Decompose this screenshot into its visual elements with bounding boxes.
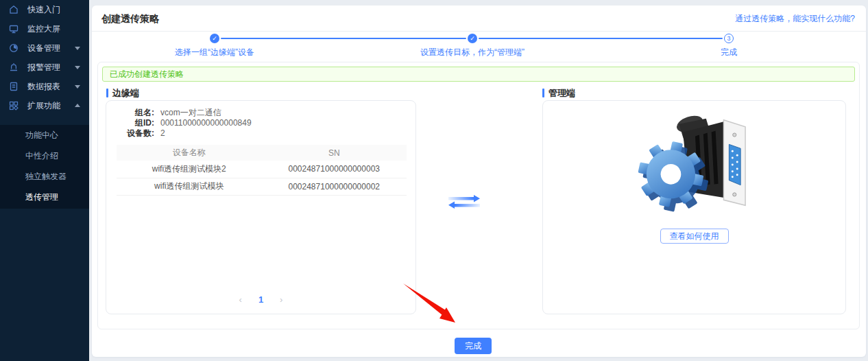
chevron-down-icon [75,66,80,69]
sidebar-item-label: 数据报表 [27,82,60,91]
sidebar-item-reports[interactable]: 数据报表 [0,77,89,96]
group-id-row: 组ID:00011000000000000849 [121,118,415,128]
step3-number: 3 [724,34,734,43]
device-sn-cell: 00024871000000000003 [262,161,407,178]
edge-panel: 组名:vcom一对二通信 组ID:00011000000000000849 设备… [106,100,416,314]
sidebar-item-extensions[interactable]: 扩展功能 [0,96,89,115]
steps-bar: ✓ ✓ 3 选择一组“边缘端”设备 设置透传目标，作为“管理端” 完成 [92,32,866,60]
pagination-page-1[interactable]: 1 [258,294,263,305]
gear-serial-port-illustration [543,109,845,220]
group-id-value: 00011000000000000849 [160,118,252,128]
table-row: wifi透传组测试模块 00024871000000000002 [117,178,407,195]
pagination: ‹1› [106,294,415,305]
group-name-label: 组名: [121,108,154,118]
col-sn: SN [262,145,407,161]
device-count-label: 设备数: [121,128,154,139]
sidebar-item-label: 报警管理 [27,62,60,72]
result-card: 已成功创建透传策略 边缘端 管理端 组名:vcom一对二通信 组ID:00011… [97,62,860,329]
pagination-prev-icon[interactable]: ‹ [239,294,242,305]
done-button[interactable]: 完成 [455,338,492,354]
sidebar-item-label: 扩展功能 [27,101,60,110]
sidebar-item-alarms[interactable]: 报警管理 [0,58,89,77]
chevron-down-icon [75,85,80,89]
report-icon [9,82,19,91]
edge-section-title: 边缘端 [106,87,139,100]
transfer-arrows-icon [448,194,481,209]
sidebar-item-quickstart[interactable]: 快速入门 [0,0,89,19]
device-sn-cell: 00024871000000000002 [262,178,407,195]
pagination-next-icon[interactable]: › [280,294,282,305]
sidebar-item-label: 设备管理 [27,43,60,53]
device-name-cell: wifi透传组测试模块2 [117,161,262,178]
device-table: 设备名称 SN wifi透传组测试模块2 0002487100000000000… [117,145,407,196]
device-icon [9,43,19,53]
monitor-icon [9,24,19,34]
extensions-submenu: 功能中心 中性介绍 独立触发器 透传管理 [0,125,89,209]
sidebar-item-monitor[interactable]: 监控大屏 [0,19,89,38]
step2-check-icon: ✓ [468,34,477,43]
apps-icon [9,101,19,110]
device-count-value: 2 [160,128,165,138]
col-device-name: 设备名称 [117,145,262,161]
sidebar-item-label: 监控大屏 [27,24,60,34]
sidebar-item-neutral-intro[interactable]: 中性介绍 [0,145,89,166]
home-icon [9,5,19,14]
alarm-icon [9,62,19,72]
sidebar-item-devices[interactable]: 设备管理 [0,38,89,58]
step3-label: 完成 [653,47,804,58]
step-connector [221,38,466,39]
how-to-use-button[interactable]: 查看如何使用 [660,229,729,244]
device-name-cell: wifi透传组测试模块 [117,178,262,195]
main-content: 创建透传策略 通过透传策略，能实现什么功能? ✓ ✓ 3 选择一组“边缘端”设备… [92,5,866,357]
sidebar-item-function-center[interactable]: 功能中心 [0,125,89,145]
group-name-value: vcom一对二通信 [160,108,221,117]
chevron-up-icon [75,104,80,107]
step-connector [479,38,723,39]
device-count-row: 设备数:2 [121,128,415,139]
table-row: wifi透传组测试模块2 00024871000000000003 [117,161,407,178]
help-link[interactable]: 通过透传策略，能实现什么功能? [735,5,855,32]
success-alert: 已成功创建透传策略 [102,67,855,82]
sidebar-item-label: 快速入门 [27,5,60,14]
manage-section-title: 管理端 [542,87,575,100]
group-id-label: 组ID: [121,118,154,128]
page-title: 创建透传策略 [101,5,159,32]
sidebar: 快速入门 监控大屏 设备管理 报警管理 数据报表 扩展功能 功能中心 [0,0,89,361]
chevron-down-icon [75,47,80,50]
step2-label: 设置透传目标，作为“管理端” [397,47,548,58]
page-header: 创建透传策略 通过透传策略，能实现什么功能? [92,5,866,32]
sidebar-item-passthrough-management[interactable]: 透传管理 [0,187,89,207]
table-header-row: 设备名称 SN [117,145,407,161]
sidebar-item-independent-trigger[interactable]: 独立触发器 [0,166,89,187]
group-name-row: 组名:vcom一对二通信 [121,108,415,118]
step1-label: 选择一组“边缘端”设备 [139,47,290,58]
manage-panel: 查看如何使用 [542,100,846,314]
group-info: 组名:vcom一对二通信 组ID:00011000000000000849 设备… [106,101,415,139]
step1-check-icon: ✓ [210,34,219,43]
